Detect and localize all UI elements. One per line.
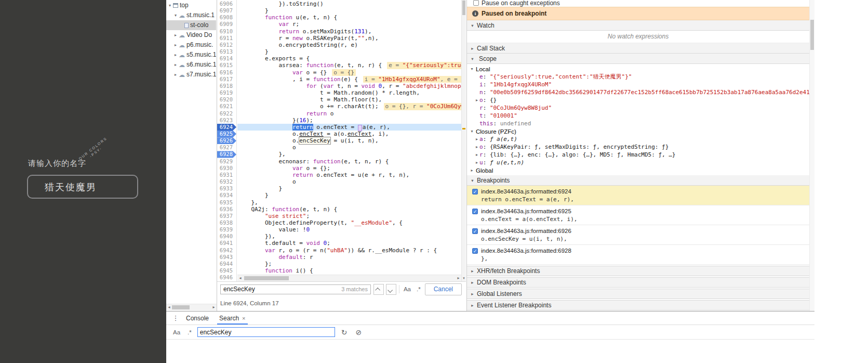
line-number[interactable]: 6941	[217, 240, 236, 247]
line-number[interactable]: 6934	[217, 192, 236, 199]
section-collapsed-icon[interactable]: ▸	[470, 46, 475, 51]
scope-group-global[interactable]: ▸Global	[467, 166, 809, 174]
close-icon[interactable]: ×	[242, 312, 245, 325]
scroll-left-icon[interactable]: ◂	[166, 304, 172, 310]
tree-collapsed-icon[interactable]: ▸	[474, 96, 479, 104]
drawer-tab-console[interactable]: Console	[181, 312, 214, 325]
breakpoint-entry[interactable]: ✓index.8e34463a.js:formatted:6926o.encSe…	[467, 225, 809, 245]
tree-collapsed-icon[interactable]: ▸	[173, 40, 178, 50]
code-line-6931[interactable]: return o.encText = u(e + r, t, n),	[237, 172, 461, 178]
line-number[interactable]: 6935	[217, 199, 236, 206]
section-breakpoints[interactable]: ▾ Breakpoints	[467, 175, 809, 186]
code-line-6924[interactable]: return o.encText = a(e, r),	[237, 124, 461, 131]
navigator-item-video-do[interactable]: ▸☁Video Do	[166, 30, 216, 40]
navigator-item-p6-music[interactable]: ▸☁p6.music.	[166, 40, 216, 50]
tree-collapsed-icon[interactable]: ▸	[474, 143, 479, 151]
tree-collapsed-icon[interactable]: ▸	[474, 159, 479, 166]
breakpoint-entry[interactable]: ✓index.8e34463a.js:formatted:6924return …	[467, 186, 809, 205]
scope-variable-a[interactable]: ▸a: ƒ a(e,t)	[467, 135, 809, 143]
scope-variable-t[interactable]: t: "010001"	[467, 112, 809, 120]
code-line-6942[interactable]: var r, o = (r = n("uhBA")) && r.__esModu…	[237, 247, 461, 254]
code-line-6925[interactable]: o.encText = a(o.encText, i),	[237, 131, 461, 137]
line-number[interactable]: 6915	[217, 62, 236, 69]
scroll-down-icon[interactable]: ▾	[462, 275, 466, 281]
editor-vertical-scrollbar[interactable]: ▾	[461, 0, 466, 281]
code-line-6943[interactable]: default: r	[237, 254, 461, 261]
breakpoint-entry[interactable]: ✓index.8e34463a.js:formatted:6928},	[467, 245, 809, 265]
line-number[interactable]: 6930	[217, 165, 236, 172]
code-line-6915[interactable]: asrsea: function(e, t, n, r) {e = "{"ser…	[237, 62, 461, 69]
line-number[interactable]: 6906	[217, 1, 236, 7]
scrollbar-thumb[interactable]	[462, 1, 465, 15]
scroll-right-icon[interactable]: ▸	[456, 275, 461, 281]
line-number[interactable]: 6931	[217, 172, 236, 178]
section-scope[interactable]: ▾ Scope	[467, 54, 809, 64]
find-input[interactable]: encSecKey 3 matches	[220, 284, 371, 294]
code-line-6918[interactable]: for (var t, n = void 0, r = "abcdefghijk…	[237, 83, 461, 89]
line-number[interactable]: 6907	[217, 7, 236, 14]
code-line-6941[interactable]: t.default = void 0;	[237, 240, 461, 247]
scope-variable-r[interactable]: r: "0CoJUm6Qyw8W8jud"	[467, 104, 809, 112]
tree-collapsed-icon[interactable]: ▸	[173, 50, 178, 60]
line-number[interactable]: 6908	[217, 14, 236, 21]
line-number[interactable]: 6919	[217, 89, 236, 96]
line-number[interactable]: 6913	[217, 48, 236, 55]
scope-variable-o[interactable]: ▸o: {RSAKeyPair: ƒ, setMaxDigits: ƒ, enc…	[467, 143, 809, 151]
sidebar-vertical-scrollbar[interactable]	[809, 0, 814, 311]
scrollbar-thumb[interactable]	[244, 276, 289, 280]
editor-horizontal-scrollbar[interactable]: ◂ ▸	[237, 275, 461, 281]
line-number[interactable]: 6923	[217, 117, 236, 124]
code-line-6934[interactable]: }	[237, 192, 461, 199]
code-line-6916[interactable]: var o = {}o = {}	[237, 69, 461, 76]
navigator-item-top[interactable]: ▾top	[166, 1, 216, 10]
navigator-item-st-colo[interactable]: st-colo	[166, 20, 216, 30]
line-number[interactable]: 6936	[217, 206, 236, 213]
breakpoint-entry[interactable]: ✓index.8e34463a.js:formatted:6925o.encTe…	[467, 205, 809, 225]
code-line-6906[interactable]: }).toString()	[237, 1, 461, 7]
code-line-6927[interactable]: o	[237, 144, 461, 151]
refresh-icon[interactable]: ↻	[339, 328, 350, 336]
scope-variable-i[interactable]: i: "1Hb14gfxqgX4URoM"	[467, 81, 809, 88]
breakpoint-marker[interactable]: 6928	[217, 151, 236, 158]
code-line-6923[interactable]: }(16);	[237, 117, 461, 124]
code-line-6922[interactable]: return o	[237, 110, 461, 117]
code-line-6932[interactable]: o	[237, 178, 461, 185]
code-line-6938[interactable]: Object.defineProperty(t, "__esModule", {	[237, 219, 461, 226]
line-number-gutter[interactable]: 6906690769086909691069116912691369146915…	[217, 0, 237, 281]
drawer-search-input[interactable]	[197, 327, 335, 337]
scope-group-local[interactable]: ▾Local	[467, 65, 809, 73]
code-line-6910[interactable]: return o.setMaxDigits(131),	[237, 28, 461, 35]
breakpoint-marker[interactable]: 6926	[217, 137, 236, 144]
line-number[interactable]: 6914	[217, 55, 236, 62]
tree-collapsed-icon[interactable]: ▸	[173, 30, 178, 40]
line-number[interactable]: 6945	[217, 267, 236, 274]
line-number[interactable]: 6942	[217, 247, 236, 254]
code-line-6913[interactable]: }	[237, 48, 461, 55]
line-number[interactable]: 6946	[217, 274, 236, 281]
scrollbar-thumb[interactable]	[810, 20, 814, 50]
code-area[interactable]: }).toString() } function u(e, t, n) { va…	[237, 1, 461, 281]
code-line-6933[interactable]: }	[237, 185, 461, 192]
line-number[interactable]: 6929	[217, 158, 236, 165]
find-next-button[interactable]	[386, 284, 396, 295]
navigator-item-s6-music-1[interactable]: ▸☁s6.music.1	[166, 60, 216, 70]
scope-variable-u[interactable]: ▸u: ƒ u(e,t,n)	[467, 159, 809, 166]
section-dom-breakpoints[interactable]: ▸DOM Breakpoints	[467, 277, 809, 288]
line-number[interactable]: 6917	[217, 76, 236, 83]
code-line-6937[interactable]: "use strict";	[237, 213, 461, 219]
code-line-6911[interactable]: r = new o.RSAKeyPair(t,"",n),	[237, 35, 461, 42]
code-line-6920[interactable]: t = Math.floor(t),	[237, 96, 461, 103]
line-number[interactable]: 6916	[217, 69, 236, 76]
line-number[interactable]: 6910	[217, 28, 236, 35]
tree-collapsed-icon[interactable]: ▸	[470, 168, 474, 173]
tree-collapsed-icon[interactable]: ▸	[474, 135, 479, 143]
code-line-6940[interactable]: }),	[237, 233, 461, 240]
code-line-6945[interactable]: function i() {	[237, 267, 461, 274]
section-collapsed-icon[interactable]: ▸	[470, 280, 475, 285]
breakpoint-marker[interactable]: 6924	[217, 124, 236, 131]
navigator-item-s7-music-1[interactable]: ▸☁s7.music.1	[166, 70, 216, 80]
scrollbar-thumb[interactable]	[172, 305, 190, 309]
section-watch[interactable]: ▾ Watch	[467, 20, 809, 31]
code-line-6912[interactable]: o.encryptedString(r, e)	[237, 42, 461, 48]
tree-expanded-icon[interactable]: ▾	[167, 1, 172, 10]
